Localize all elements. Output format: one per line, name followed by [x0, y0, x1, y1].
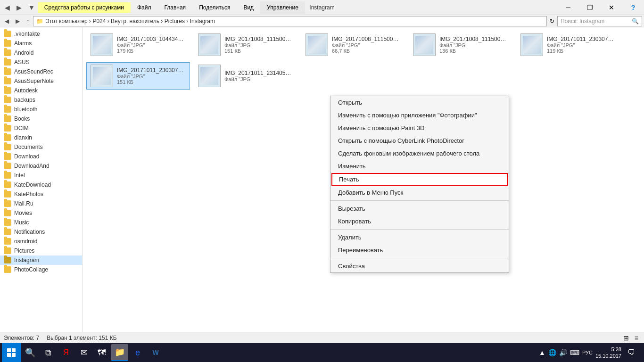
sidebar-item-alarms[interactable]: Alarms — [0, 39, 82, 48]
sidebar-item-katephotos[interactable]: KatePhotos — [0, 189, 82, 199]
help-button[interactable]: ? — [622, 0, 644, 15]
file-item[interactable]: IMG_20171008_111500_186 Файл "JPG" 66,7 … — [301, 31, 405, 58]
sidebar-item-label: Documents — [14, 144, 43, 150]
file-thumbnail — [520, 33, 543, 56]
sidebar-item-vkontakte[interactable]: .vkontakte — [0, 29, 82, 39]
system-clock[interactable]: 5:28 15.10.2017 — [595, 346, 621, 360]
task-view-button[interactable]: ⧉ — [40, 344, 57, 361]
sidebar-item-label: Books — [14, 115, 30, 122]
ribbon-tabs: Средства работы с рисунками Файл Главная… — [38, 1, 557, 14]
file-item[interactable]: IMG_20171008_111500_184 Файл "JPG" 151 К… — [194, 31, 297, 58]
sidebar-item-osmdroid[interactable]: osmdroid — [0, 237, 82, 246]
ctx-edit[interactable]: Изменить — [330, 160, 509, 173]
sidebar-item-label: dianxin — [14, 134, 32, 141]
file-name: IMG_20171008_111500_186 — [332, 36, 401, 42]
sidebar-item-android[interactable]: Android — [0, 48, 82, 58]
file-item[interactable]: IMG_20171003_104434_944 Файл "JPG" 179 К… — [86, 31, 190, 58]
sidebar-item-asus[interactable]: ASUS — [0, 58, 82, 67]
sidebar-item-autodesk[interactable]: Autodesk — [0, 86, 82, 95]
sidebar-item-instagram[interactable]: Instagram — [0, 255, 82, 265]
ctx-add-start[interactable]: Добавить в Меню Пуск — [330, 186, 509, 199]
sidebar-item-pictures[interactable]: Pictures — [0, 246, 82, 255]
ctx-print[interactable]: Печать — [331, 173, 508, 186]
file-grid: IMG_20171003_104434_944 Файл "JPG" 179 К… — [86, 31, 640, 90]
start-button[interactable] — [2, 343, 21, 362]
sidebar-item-label: AsusSuperNote — [14, 78, 54, 84]
maps-button[interactable]: 🗺 — [93, 344, 110, 361]
sidebar-item-intel[interactable]: Intel — [0, 171, 82, 180]
search-taskbar-button[interactable]: 🔍 — [22, 344, 39, 361]
sidebar-item-notifications[interactable]: Notifications — [0, 227, 82, 237]
language-indicator[interactable]: РУС — [582, 350, 593, 355]
mail-button[interactable]: ✉ — [75, 344, 92, 361]
ctx-set-wallpaper[interactable]: Сделать фоновым изображением рабочего ст… — [330, 147, 509, 160]
ctx-delete[interactable]: Удалить — [330, 231, 509, 244]
large-icons-view-button[interactable]: ⊞ — [621, 333, 631, 343]
toolbar-row: ◀ ▶ ↑ 📁 Этот компьютер › P024 › Внутр. н… — [0, 15, 644, 27]
tab-share[interactable]: Поделиться — [192, 1, 237, 14]
breadcrumb[interactable]: 📁 Этот компьютер › P024 › Внутр. накопит… — [33, 16, 547, 26]
ctx-open-cyberlink[interactable]: Открыть с помощью CyberLink PhotoDirecto… — [330, 134, 509, 147]
maximize-button[interactable]: ❐ — [579, 0, 601, 15]
ctx-cut[interactable]: Вырезать — [330, 202, 509, 215]
file-item-selected[interactable]: IMG_20171011_230307_264 Файл "JPG" 151 К… — [86, 62, 190, 90]
sidebar-item-download[interactable]: Download — [0, 152, 82, 161]
ctx-edit-paint3d[interactable]: Изменить с помощью Paint 3D — [330, 122, 509, 134]
sidebar-item-music[interactable]: Music — [0, 218, 82, 227]
file-type: Файл "JPG" — [117, 42, 186, 48]
file-item[interactable]: IMG_20171011_231405_855 Файл "JPG" — [194, 62, 297, 90]
network-icon[interactable]: 🌐 — [548, 349, 556, 356]
file-item[interactable]: IMG_20171011_230307_262 Файл "JPG" 119 К… — [516, 31, 620, 58]
tab-view[interactable]: Вид — [237, 1, 260, 14]
back-button[interactable]: ◀ — [2, 17, 12, 25]
ctx-open[interactable]: Открыть — [330, 96, 509, 109]
ctx-edit-photos[interactable]: Изменить с помощью приложения "Фотографи… — [330, 109, 509, 122]
sidebar-item-photocollage[interactable]: PhotoCollage — [0, 265, 82, 274]
ctx-rename[interactable]: Переименовать — [330, 244, 509, 256]
sidebar-item-downloadand[interactable]: DownloadAnd — [0, 161, 82, 171]
file-info: IMG_20171008_111500_188 Файл "JPG" 136 К… — [439, 36, 508, 54]
tab-manage[interactable]: Управление — [260, 1, 305, 14]
sidebar-item-movies[interactable]: Movies — [0, 208, 82, 218]
notification-button[interactable]: 🗨 — [624, 344, 638, 361]
sidebar-item-mailru[interactable]: Mail.Ru — [0, 199, 82, 208]
word-button[interactable]: W — [147, 344, 164, 361]
folder-icon — [4, 210, 11, 216]
minimize-button[interactable]: ─ — [557, 0, 579, 15]
title-bar-back-icon[interactable]: ◀ — [2, 3, 13, 12]
thumbnail-image — [415, 36, 433, 54]
sidebar-item-dcim[interactable]: DCIM — [0, 123, 82, 133]
close-button[interactable]: ✕ — [601, 0, 622, 15]
tab-home[interactable]: Главная — [157, 1, 192, 14]
file-explorer-button[interactable]: 📁 — [111, 344, 128, 361]
sidebar-item-backups[interactable]: backups — [0, 95, 82, 105]
sidebar-item-books[interactable]: Books — [0, 114, 82, 123]
window-title: Instagram — [309, 4, 334, 11]
forward-button[interactable]: ▶ — [13, 17, 23, 25]
title-bar-forward-icon[interactable]: ▶ — [14, 3, 25, 12]
file-item[interactable]: IMG_20171008_111500_188 Файл "JPG" 136 К… — [409, 31, 512, 58]
keyboard-icon[interactable]: ⌨ — [570, 349, 579, 356]
folder-icon — [4, 257, 11, 263]
tab-file[interactable]: Файл — [131, 1, 158, 14]
folder-icon — [4, 191, 11, 197]
ctx-label: Копировать — [338, 218, 371, 225]
ctx-properties[interactable]: Свойства — [330, 260, 509, 272]
sidebar-item-katedownload[interactable]: KateDownload — [0, 180, 82, 189]
sidebar-item-documents[interactable]: Documents — [0, 142, 82, 152]
sidebar-item-bluetooth[interactable]: bluetooth — [0, 105, 82, 114]
volume-icon[interactable]: 🔊 — [559, 349, 567, 356]
sidebar-item-asussupernote[interactable]: AsusSuperNote — [0, 76, 82, 86]
title-bar-down-icon[interactable]: ▼ — [25, 3, 38, 12]
tab-tools[interactable]: Средства работы с рисунками — [38, 2, 131, 13]
sidebar-item-asussoundrec[interactable]: AsusSoundRec — [0, 67, 82, 76]
details-view-button[interactable]: ≡ — [633, 333, 640, 343]
yandex-browser-button[interactable]: Я — [58, 344, 74, 361]
sidebar-item-dianxin[interactable]: dianxin — [0, 133, 82, 142]
show-hidden-icons[interactable]: ▲ — [539, 349, 545, 356]
refresh-button[interactable]: ↻ — [548, 17, 556, 25]
search-box[interactable]: Поиск: Instagram 🔍 — [557, 16, 642, 26]
ie-browser-button[interactable]: e — [129, 344, 146, 361]
up-button[interactable]: ↑ — [24, 17, 32, 25]
ctx-copy[interactable]: Копировать — [330, 215, 509, 228]
